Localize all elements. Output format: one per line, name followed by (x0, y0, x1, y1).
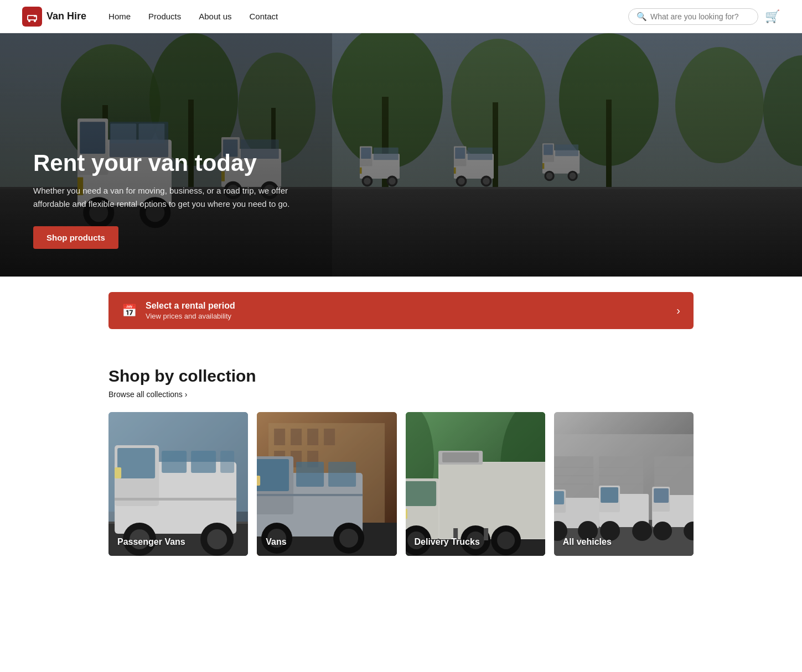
rental-text: Select a rental period View prices and a… (146, 301, 235, 320)
nav-links: Home Products About us Contact (108, 12, 628, 22)
rental-left: 📅 Select a rental period View prices and… (122, 301, 235, 320)
calendar-icon: 📅 (122, 304, 137, 318)
nav-about[interactable]: About us (199, 12, 231, 21)
hero-subtitle: Whether you need a van for moving, busin… (33, 184, 299, 211)
collection-card-all-vehicles[interactable]: All vehicles (554, 412, 694, 556)
card-overlay (406, 412, 545, 556)
collection-section: Shop by collection Browse all collection… (0, 345, 802, 589)
brand-name: Van Hire (46, 11, 86, 22)
collection-card-passenger-vans[interactable]: Passenger Vans (108, 412, 248, 556)
logo-icon (22, 7, 42, 27)
section-title: Shop by collection (108, 367, 694, 386)
collection-grid: Passenger Vans (108, 412, 694, 556)
nav-right: 🔍 🛒 (628, 8, 780, 25)
card-overlay (108, 412, 248, 556)
svg-point-2 (28, 20, 30, 22)
search-icon: 🔍 (637, 12, 647, 22)
hero-section: Rent your van today Whether you need a v… (0, 33, 802, 277)
brand-logo[interactable]: Van Hire (22, 7, 86, 27)
rental-arrow-icon: › (676, 304, 680, 317)
shop-products-button[interactable]: Shop products (33, 226, 118, 249)
cart-icon[interactable]: 🛒 (765, 9, 780, 24)
card-label-vans: Vans (266, 537, 286, 547)
rental-period-banner[interactable]: 📅 Select a rental period View prices and… (108, 292, 694, 329)
nav-contact[interactable]: Contact (249, 12, 278, 21)
collection-card-vans[interactable]: Vans (257, 412, 396, 556)
nav-products[interactable]: Products (148, 12, 181, 21)
navbar: Van Hire Home Products About us Contact … (0, 0, 802, 33)
card-label-delivery-trucks: Delivery Trucks (415, 537, 480, 547)
nav-home[interactable]: Home (108, 12, 131, 21)
search-input[interactable] (650, 12, 750, 21)
collection-card-delivery-trucks[interactable]: Delivery Trucks (406, 412, 545, 556)
rental-title: Select a rental period (146, 301, 235, 311)
card-label-all-vehicles: All vehicles (563, 537, 612, 547)
card-label-passenger-vans: Passenger Vans (117, 537, 185, 547)
hero-title: Rent your van today (33, 150, 299, 176)
browse-arrow-icon: › (185, 390, 188, 399)
browse-all-label: Browse all collections (108, 390, 183, 399)
svg-point-3 (34, 20, 36, 22)
card-overlay (257, 412, 396, 556)
rental-subtitle: View prices and availability (146, 312, 235, 320)
card-overlay (554, 412, 694, 556)
search-bar[interactable]: 🔍 (628, 8, 758, 25)
hero-content: Rent your van today Whether you need a v… (33, 150, 299, 249)
browse-all-link[interactable]: Browse all collections › (108, 390, 694, 399)
